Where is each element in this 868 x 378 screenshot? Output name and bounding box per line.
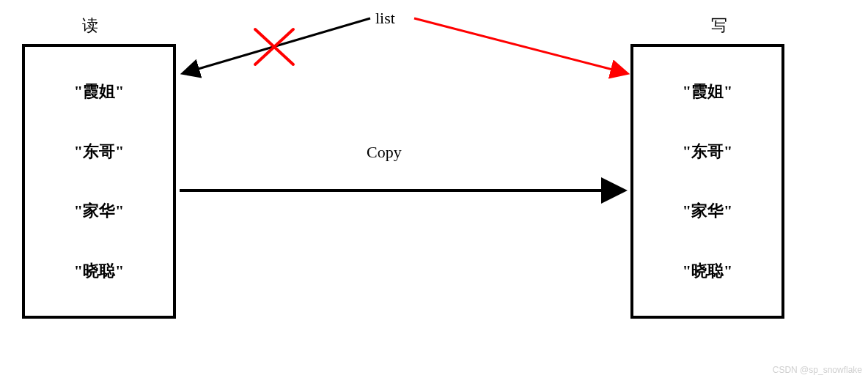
arrow-list-to-write	[414, 18, 627, 73]
svg-line-1	[255, 29, 293, 64]
arrow-list-to-read	[183, 18, 370, 73]
label-write: 写	[711, 15, 727, 37]
list-item: "霞姐"	[683, 81, 732, 103]
list-item: "霞姐"	[74, 81, 124, 103]
list-item: "东哥"	[683, 141, 732, 163]
x-mark-icon	[255, 29, 293, 64]
list-item: "晓聪"	[683, 260, 732, 282]
read-list-box: "霞姐" "东哥" "家华" "晓聪"	[22, 44, 176, 319]
svg-line-0	[255, 29, 293, 64]
label-copy: Copy	[367, 143, 402, 162]
list-item: "家华"	[74, 200, 124, 222]
watermark: CSDN @sp_snowflake	[773, 365, 862, 375]
list-item: "家华"	[683, 200, 732, 222]
label-read: 读	[82, 15, 98, 37]
list-item: "晓聪"	[74, 260, 124, 282]
write-list-box: "霞姐" "东哥" "家华" "晓聪"	[630, 44, 784, 319]
list-item: "东哥"	[74, 141, 124, 163]
label-list: list	[375, 9, 395, 28]
